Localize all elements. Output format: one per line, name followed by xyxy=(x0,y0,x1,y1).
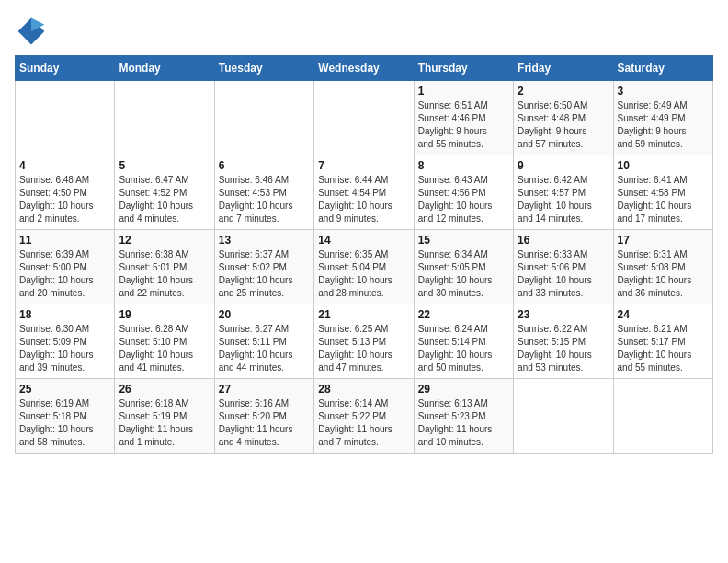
day-info: Sunrise: 6:14 AM Sunset: 5:22 PM Dayligh… xyxy=(318,397,409,449)
week-row-4: 25Sunrise: 6:19 AM Sunset: 5:18 PM Dayli… xyxy=(16,379,713,454)
day-info: Sunrise: 6:34 AM Sunset: 5:05 PM Dayligh… xyxy=(418,248,509,300)
header-day-monday: Monday xyxy=(115,56,214,81)
day-cell: 27Sunrise: 6:16 AM Sunset: 5:20 PM Dayli… xyxy=(214,379,313,454)
day-number: 3 xyxy=(618,85,709,98)
day-info: Sunrise: 6:51 AM Sunset: 4:46 PM Dayligh… xyxy=(418,99,509,151)
day-cell xyxy=(514,379,613,454)
day-number: 4 xyxy=(19,159,110,172)
page-header xyxy=(15,15,713,48)
day-number: 18 xyxy=(19,308,110,321)
day-info: Sunrise: 6:24 AM Sunset: 5:14 PM Dayligh… xyxy=(418,323,509,374)
day-cell: 18Sunrise: 6:30 AM Sunset: 5:09 PM Dayli… xyxy=(16,304,115,379)
day-number: 22 xyxy=(418,308,509,321)
day-info: Sunrise: 6:47 AM Sunset: 4:52 PM Dayligh… xyxy=(119,174,210,225)
day-info: Sunrise: 6:37 AM Sunset: 5:02 PM Dayligh… xyxy=(219,248,310,300)
day-number: 24 xyxy=(618,308,709,321)
day-info: Sunrise: 6:18 AM Sunset: 5:19 PM Dayligh… xyxy=(119,397,210,449)
day-number: 11 xyxy=(19,234,110,247)
day-number: 8 xyxy=(418,159,509,172)
day-cell: 8Sunrise: 6:43 AM Sunset: 4:56 PM Daylig… xyxy=(414,155,513,230)
day-cell: 13Sunrise: 6:37 AM Sunset: 5:02 PM Dayli… xyxy=(214,230,313,304)
day-info: Sunrise: 6:35 AM Sunset: 5:04 PM Dayligh… xyxy=(318,248,409,300)
day-cell: 21Sunrise: 6:25 AM Sunset: 5:13 PM Dayli… xyxy=(314,304,414,379)
day-number: 19 xyxy=(119,308,210,321)
day-info: Sunrise: 6:25 AM Sunset: 5:13 PM Dayligh… xyxy=(318,323,409,374)
header-day-thursday: Thursday xyxy=(414,56,513,81)
day-info: Sunrise: 6:13 AM Sunset: 5:23 PM Dayligh… xyxy=(418,397,509,449)
day-info: Sunrise: 6:49 AM Sunset: 4:49 PM Dayligh… xyxy=(618,99,709,151)
header-row: SundayMondayTuesdayWednesdayThursdayFrid… xyxy=(16,56,713,81)
day-number: 16 xyxy=(518,234,609,247)
day-cell: 3Sunrise: 6:49 AM Sunset: 4:49 PM Daylig… xyxy=(613,81,712,155)
day-cell: 5Sunrise: 6:47 AM Sunset: 4:52 PM Daylig… xyxy=(115,155,214,230)
day-number: 21 xyxy=(318,308,409,321)
day-cell: 24Sunrise: 6:21 AM Sunset: 5:17 PM Dayli… xyxy=(613,304,712,379)
day-cell: 10Sunrise: 6:41 AM Sunset: 4:58 PM Dayli… xyxy=(613,155,712,230)
day-cell: 19Sunrise: 6:28 AM Sunset: 5:10 PM Dayli… xyxy=(115,304,214,379)
day-number: 10 xyxy=(618,159,709,172)
day-info: Sunrise: 6:30 AM Sunset: 5:09 PM Dayligh… xyxy=(19,323,110,374)
day-cell xyxy=(314,81,414,155)
day-number: 12 xyxy=(119,234,210,247)
week-row-1: 4Sunrise: 6:48 AM Sunset: 4:50 PM Daylig… xyxy=(16,155,713,230)
day-cell: 17Sunrise: 6:31 AM Sunset: 5:08 PM Dayli… xyxy=(613,230,712,304)
day-cell: 6Sunrise: 6:46 AM Sunset: 4:53 PM Daylig… xyxy=(214,155,313,230)
day-info: Sunrise: 6:19 AM Sunset: 5:18 PM Dayligh… xyxy=(19,397,110,449)
header-day-sunday: Sunday xyxy=(16,56,115,81)
day-number: 15 xyxy=(418,234,509,247)
day-info: Sunrise: 6:44 AM Sunset: 4:54 PM Dayligh… xyxy=(318,174,409,225)
day-number: 7 xyxy=(318,159,409,172)
day-cell: 12Sunrise: 6:38 AM Sunset: 5:01 PM Dayli… xyxy=(115,230,214,304)
calendar-body: 1Sunrise: 6:51 AM Sunset: 4:46 PM Daylig… xyxy=(16,81,713,454)
day-cell xyxy=(16,81,115,155)
day-info: Sunrise: 6:27 AM Sunset: 5:11 PM Dayligh… xyxy=(219,323,310,374)
week-row-2: 11Sunrise: 6:39 AM Sunset: 5:00 PM Dayli… xyxy=(16,230,713,304)
day-number: 29 xyxy=(418,383,509,396)
day-number: 23 xyxy=(518,308,609,321)
day-cell: 16Sunrise: 6:33 AM Sunset: 5:06 PM Dayli… xyxy=(514,230,613,304)
day-cell: 7Sunrise: 6:44 AM Sunset: 4:54 PM Daylig… xyxy=(314,155,414,230)
day-number: 26 xyxy=(119,383,210,396)
day-info: Sunrise: 6:16 AM Sunset: 5:20 PM Dayligh… xyxy=(219,397,310,449)
day-cell: 9Sunrise: 6:42 AM Sunset: 4:57 PM Daylig… xyxy=(514,155,613,230)
day-number: 27 xyxy=(219,383,310,396)
day-cell: 22Sunrise: 6:24 AM Sunset: 5:14 PM Dayli… xyxy=(414,304,513,379)
calendar-table: SundayMondayTuesdayWednesdayThursdayFrid… xyxy=(15,55,713,454)
day-number: 25 xyxy=(19,383,110,396)
day-cell xyxy=(115,81,214,155)
logo xyxy=(15,15,51,48)
day-info: Sunrise: 6:43 AM Sunset: 4:56 PM Dayligh… xyxy=(418,174,509,225)
day-cell: 28Sunrise: 6:14 AM Sunset: 5:22 PM Dayli… xyxy=(314,379,414,454)
week-row-0: 1Sunrise: 6:51 AM Sunset: 4:46 PM Daylig… xyxy=(16,81,713,155)
day-info: Sunrise: 6:33 AM Sunset: 5:06 PM Dayligh… xyxy=(518,248,609,300)
day-number: 20 xyxy=(219,308,310,321)
day-info: Sunrise: 6:22 AM Sunset: 5:15 PM Dayligh… xyxy=(518,323,609,374)
day-cell xyxy=(613,379,712,454)
day-info: Sunrise: 6:46 AM Sunset: 4:53 PM Dayligh… xyxy=(219,174,310,225)
day-cell: 26Sunrise: 6:18 AM Sunset: 5:19 PM Dayli… xyxy=(115,379,214,454)
day-number: 17 xyxy=(618,234,709,247)
day-cell: 23Sunrise: 6:22 AM Sunset: 5:15 PM Dayli… xyxy=(514,304,613,379)
day-number: 6 xyxy=(219,159,310,172)
day-info: Sunrise: 6:31 AM Sunset: 5:08 PM Dayligh… xyxy=(618,248,709,300)
day-info: Sunrise: 6:21 AM Sunset: 5:17 PM Dayligh… xyxy=(618,323,709,374)
day-info: Sunrise: 6:38 AM Sunset: 5:01 PM Dayligh… xyxy=(119,248,210,300)
day-number: 9 xyxy=(518,159,609,172)
day-number: 13 xyxy=(219,234,310,247)
day-number: 5 xyxy=(119,159,210,172)
calendar-header: SundayMondayTuesdayWednesdayThursdayFrid… xyxy=(16,56,713,81)
day-cell: 29Sunrise: 6:13 AM Sunset: 5:23 PM Dayli… xyxy=(414,379,513,454)
week-row-3: 18Sunrise: 6:30 AM Sunset: 5:09 PM Dayli… xyxy=(16,304,713,379)
day-info: Sunrise: 6:48 AM Sunset: 4:50 PM Dayligh… xyxy=(19,174,110,225)
header-day-friday: Friday xyxy=(514,56,613,81)
day-number: 28 xyxy=(318,383,409,396)
day-cell: 1Sunrise: 6:51 AM Sunset: 4:46 PM Daylig… xyxy=(414,81,513,155)
day-cell: 15Sunrise: 6:34 AM Sunset: 5:05 PM Dayli… xyxy=(414,230,513,304)
day-number: 2 xyxy=(518,85,609,98)
day-cell: 11Sunrise: 6:39 AM Sunset: 5:00 PM Dayli… xyxy=(16,230,115,304)
day-cell: 14Sunrise: 6:35 AM Sunset: 5:04 PM Dayli… xyxy=(314,230,414,304)
day-cell: 20Sunrise: 6:27 AM Sunset: 5:11 PM Dayli… xyxy=(214,304,313,379)
day-info: Sunrise: 6:41 AM Sunset: 4:58 PM Dayligh… xyxy=(618,174,709,225)
day-number: 14 xyxy=(318,234,409,247)
day-info: Sunrise: 6:42 AM Sunset: 4:57 PM Dayligh… xyxy=(518,174,609,225)
